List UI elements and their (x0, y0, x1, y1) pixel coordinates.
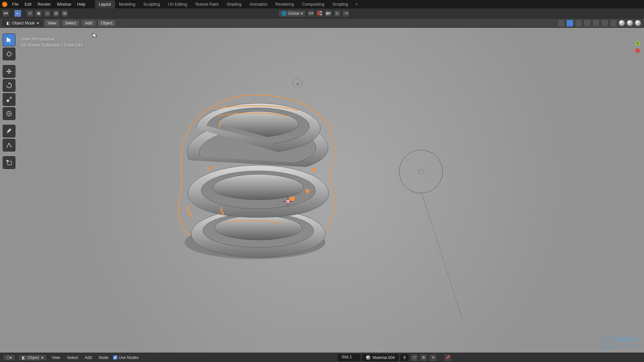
tool-scale[interactable] (3, 93, 15, 106)
editor-type-dropdown[interactable]: ⬡▾ (3, 354, 15, 361)
material-selector[interactable]: Material.004 (362, 354, 398, 361)
viewport-header-toolbar: ⊕▾ ▸ ⊡ ▦ ◫ ▧ ▨ 🌐 Global ▾ ⊙▾ 🧲 ▦▾ ◎ ∩▾ (0, 8, 644, 18)
gizmo-dropdown-icon[interactable] (575, 19, 582, 27)
tool-cursor[interactable] (3, 48, 15, 60)
menu-view[interactable]: View (44, 19, 60, 27)
tool-transform[interactable] (3, 107, 15, 120)
mode-dropdown[interactable]: ◧ Object Mode ▾ (3, 19, 43, 27)
footer-add[interactable]: Add (83, 355, 94, 360)
watermark-logo-icon (601, 335, 615, 349)
tab-layout[interactable]: Layout (95, 0, 115, 8)
material-users-count[interactable]: 9 (400, 354, 409, 361)
tab-animation[interactable]: Animation (246, 0, 271, 8)
tool-measure[interactable] (3, 139, 15, 152)
light-object-icon[interactable] (399, 150, 443, 193)
transform-orientation-label: Global (288, 11, 300, 16)
workspace-tabs: Layout Modeling Sculpting UV Editing Tex… (95, 0, 361, 8)
menu-file[interactable]: File (9, 1, 21, 8)
main-menu: File Edit Render Window Help (9, 1, 88, 8)
watermark-subtext: 人人素材 (618, 344, 638, 349)
shield-icon[interactable]: 🛡 (411, 354, 418, 361)
left-toolbar (3, 34, 15, 169)
shading-material-icon[interactable] (627, 20, 633, 26)
add-workspace-button[interactable]: + (352, 0, 361, 8)
shading-rendered-icon[interactable] (635, 20, 641, 26)
menu-add[interactable]: Add (81, 19, 96, 27)
proportional-dropdown[interactable]: ∩▾ (342, 10, 350, 17)
3d-cursor-icon (284, 198, 291, 205)
select-more-icon[interactable]: ▧ (52, 10, 60, 17)
viewport-perspective-label: User Perspective (21, 36, 83, 42)
use-nodes-checkbox[interactable]: Use Nodes (113, 355, 139, 360)
snap-toggle[interactable]: 🧲 (316, 10, 323, 17)
duplicate-material-icon[interactable]: ⧉ (420, 354, 427, 361)
proportional-toggle[interactable]: ◎ (333, 10, 341, 17)
footer-view[interactable]: View (50, 355, 62, 360)
slot-dropdown[interactable]: Slot 1 (338, 354, 360, 361)
visibility-dropdown-icon[interactable] (557, 19, 565, 27)
material-slot-group: Slot 1 Material.004 9 🛡 ⧉ ✕ 📌 (338, 354, 641, 361)
menu-window[interactable]: Window (54, 1, 74, 8)
watermark-text: RRCG (618, 336, 638, 344)
transform-orientation-dropdown[interactable]: 🌐 Global ▾ (278, 10, 306, 17)
overlays-dropdown-icon[interactable] (592, 19, 600, 27)
mouse-cursor-icon (93, 33, 97, 39)
unlink-material-icon[interactable]: ✕ (429, 354, 437, 361)
shading-solid-icon[interactable] (619, 20, 625, 26)
menu-render[interactable]: Render (35, 1, 53, 8)
select-invert-icon[interactable]: ◫ (44, 10, 51, 17)
axis-x-icon[interactable] (635, 48, 640, 53)
navigation-gizmo[interactable]: Y (621, 40, 641, 60)
tab-compositing[interactable]: Compositing (298, 0, 328, 8)
footer-select[interactable]: Select (65, 355, 80, 360)
node-editor-icon: ⬡▾ (6, 355, 12, 360)
tab-shading[interactable]: Shading (223, 0, 246, 8)
light-direction-line (421, 193, 463, 320)
tool-add-cube[interactable] (3, 156, 15, 169)
viewport-sub-header: ◧ Object Mode ▾ View Select Add Object (0, 18, 644, 28)
overlays-toggle-icon[interactable] (584, 19, 591, 27)
axis-y-icon[interactable]: Y (635, 41, 640, 46)
watermark: RRCG 人人素材 (601, 335, 638, 349)
menu-help[interactable]: Help (74, 1, 88, 8)
3d-viewport[interactable] (0, 28, 644, 353)
select-box-icon[interactable]: ▦ (35, 10, 42, 17)
pivot-dropdown[interactable]: ⊙▾ (307, 10, 315, 17)
xray-toggle-icon[interactable] (601, 19, 608, 27)
select-all-icon[interactable]: ⊡ (26, 10, 34, 17)
tab-sculpting[interactable]: Sculpting (140, 0, 164, 8)
chevron-down-icon: ▾ (37, 21, 39, 25)
camera-object-icon[interactable] (292, 78, 303, 88)
pin-icon[interactable]: 📌 (444, 354, 451, 361)
menu-select[interactable]: Select (61, 19, 80, 27)
tool-select-box[interactable] (3, 34, 15, 46)
snap-dropdown[interactable]: ▦▾ (325, 10, 332, 17)
chevron-down-icon: ▾ (41, 355, 43, 360)
tab-scripting[interactable]: Scripting (328, 0, 352, 8)
tool-annotate[interactable] (3, 125, 15, 137)
mode-label: Object Mode (12, 21, 35, 25)
footer-node[interactable]: Node (97, 355, 110, 360)
tab-texture-paint[interactable]: Texture Paint (191, 0, 223, 8)
tool-rotate[interactable] (3, 79, 15, 92)
viewport-right-controls (557, 19, 641, 27)
tab-modeling[interactable]: Modeling (115, 0, 140, 8)
select-tool-icon[interactable]: ▸ (14, 10, 21, 17)
tab-uv-editing[interactable]: UV Editing (164, 0, 191, 8)
viewport-collection-label: (0) Scene Collection | Cube.033 (21, 42, 83, 48)
menu-edit[interactable]: Edit (22, 1, 34, 8)
use-nodes-input[interactable] (113, 355, 117, 360)
cursor-options-icon[interactable]: ⊕▾ (2, 10, 9, 17)
gizmo-toggle-icon[interactable] (566, 19, 574, 27)
material-name-label: Material.004 (373, 355, 395, 360)
blender-logo-icon (2, 2, 7, 7)
shading-wireframe-icon[interactable] (610, 19, 617, 27)
tab-rendering[interactable]: Rendering (271, 0, 298, 8)
select-less-icon[interactable]: ▨ (61, 10, 68, 17)
node-type-dropdown[interactable]: ◧ Object ▾ (18, 354, 47, 361)
selected-object-cube033[interactable] (171, 90, 342, 262)
tool-move[interactable] (3, 65, 15, 78)
material-icon: ◧ (22, 355, 25, 360)
menu-object[interactable]: Object (97, 19, 116, 27)
node-editor-header: ⬡▾ ◧ Object ▾ View Select Add Node Use N… (0, 353, 644, 362)
